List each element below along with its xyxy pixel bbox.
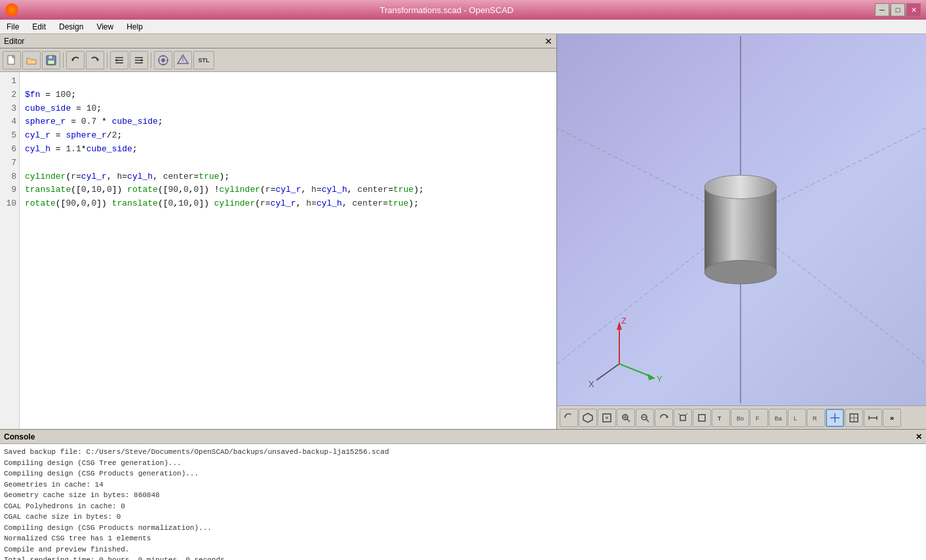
viewport-toolbar: T Bo F Ba L R xyxy=(557,405,926,429)
console-output: Saved backup file: C:/Users/Steve/Docume… xyxy=(0,444,926,560)
menu-help[interactable]: Help xyxy=(120,21,149,33)
console-line-6: CGAL Polyhedrons in cache: 0 xyxy=(4,501,922,512)
svg-marker-39 xyxy=(569,413,571,415)
vp-view-back-button[interactable]: Ba xyxy=(769,409,787,427)
console-line-3: Compiling design (CSG Products generatio… xyxy=(4,468,922,479)
svg-point-30 xyxy=(704,176,777,199)
menu-file[interactable]: File xyxy=(0,21,26,33)
svg-line-53 xyxy=(678,413,680,415)
maximize-button[interactable]: □ xyxy=(891,3,905,16)
vp-zoom-out-button[interactable] xyxy=(636,409,654,427)
console-panel: Console ✕ Saved backup file: C:/Users/St… xyxy=(0,429,926,560)
undo-button[interactable] xyxy=(66,51,85,69)
svg-rect-28 xyxy=(704,187,777,272)
console-line-8: Compiling design (CSG Products normaliza… xyxy=(4,523,922,534)
export-stl-button[interactable]: STL xyxy=(193,51,214,69)
svg-rect-2 xyxy=(48,56,52,59)
svg-text:L: L xyxy=(794,415,797,422)
svg-text:Ba: Ba xyxy=(775,415,782,422)
vp-show-axes-button[interactable] xyxy=(826,409,844,427)
window-title: Transformations.scad - OpenSCAD xyxy=(18,5,875,15)
svg-text:Bo: Bo xyxy=(737,415,744,422)
svg-line-37 xyxy=(596,364,619,381)
svg-text:Y: Y xyxy=(657,374,663,384)
3d-viewport[interactable]: Z Y X xyxy=(557,34,926,405)
render-button[interactable] xyxy=(174,51,192,69)
console-header: Console ✕ xyxy=(0,430,926,444)
menu-design[interactable]: Design xyxy=(52,21,90,33)
svg-text:F: F xyxy=(756,415,760,422)
code-editor[interactable]: 1 2 3 4 5 6 7 8 9 10 $fn = 100; cube_sid… xyxy=(0,72,556,429)
line-num-6: 6 xyxy=(3,143,16,157)
svg-rect-3 xyxy=(48,60,54,64)
line-num-1: 1 xyxy=(3,75,16,88)
vp-more-button[interactable]: » xyxy=(883,409,901,427)
line-numbers: 1 2 3 4 5 6 7 8 9 10 xyxy=(0,72,20,429)
viewport-panel: Z Y X xyxy=(557,34,926,429)
svg-point-15 xyxy=(161,58,165,62)
vp-view-right-button[interactable]: R xyxy=(807,409,825,427)
svg-text:Z: Z xyxy=(621,316,627,326)
indent-more-button[interactable] xyxy=(130,51,148,69)
vp-zoom-fit-button[interactable] xyxy=(598,409,616,427)
svg-line-34 xyxy=(619,364,652,377)
svg-point-29 xyxy=(704,261,777,284)
console-line-9: Normalized CSG tree has 1 elements xyxy=(4,533,922,544)
editor-toolbar: STL xyxy=(0,48,556,72)
line-num-7: 7 xyxy=(3,157,16,170)
console-line-7: CGAL cache size in bytes: 0 xyxy=(4,512,922,523)
vp-crosshairs-button[interactable] xyxy=(845,409,863,427)
svg-rect-52 xyxy=(680,415,685,420)
vp-view-top-button[interactable]: T xyxy=(712,409,730,427)
sep3 xyxy=(151,52,151,68)
save-file-button[interactable] xyxy=(42,51,60,69)
code-text[interactable]: $fn = 100; cube_side = 10; sphere_r = 0.… xyxy=(20,72,556,429)
line-num-10: 10 xyxy=(3,197,16,211)
indent-less-button[interactable] xyxy=(110,51,128,69)
vp-view-bottom-button[interactable]: Bo xyxy=(731,409,749,427)
titlebar: Transformations.scad - OpenSCAD ─ □ ✕ xyxy=(0,0,926,20)
svg-marker-40 xyxy=(583,413,592,422)
line-num-5: 5 xyxy=(3,129,16,143)
menu-edit[interactable]: Edit xyxy=(26,21,52,33)
close-button[interactable]: ✕ xyxy=(906,3,921,16)
vp-ortho-button[interactable] xyxy=(693,409,711,427)
svg-marker-35 xyxy=(647,374,655,381)
editor-header: Editor ✕ xyxy=(0,34,556,48)
line-num-9: 9 xyxy=(3,183,16,197)
redo-button[interactable] xyxy=(86,51,104,69)
sep2 xyxy=(107,52,107,68)
menu-view[interactable]: View xyxy=(90,21,120,33)
vp-zoom-in-button[interactable] xyxy=(617,409,635,427)
svg-text:X: X xyxy=(588,379,594,389)
content-area: Editor ✕ xyxy=(0,34,926,429)
titlebar-left xyxy=(5,3,18,16)
vp-rotate-button[interactable] xyxy=(560,409,578,427)
open-file-button[interactable] xyxy=(22,51,41,69)
main-container: Editor ✕ xyxy=(0,34,926,560)
minimize-button[interactable]: ─ xyxy=(875,3,889,16)
vp-reset-button[interactable] xyxy=(655,409,673,427)
svg-marker-4 xyxy=(71,59,74,62)
vp-perspective-button[interactable] xyxy=(674,409,692,427)
vp-view-front-button[interactable]: F xyxy=(750,409,768,427)
viewport-svg: Z Y X xyxy=(557,34,926,405)
console-close-btn[interactable]: ✕ xyxy=(916,432,922,441)
editor-close-btn[interactable]: ✕ xyxy=(545,36,552,47)
console-line-4: Geometries in cache: 14 xyxy=(4,479,922,491)
line-num-8: 8 xyxy=(3,170,16,184)
console-line-2: Compiling design (CSG Tree generation)..… xyxy=(4,458,922,469)
editor-panel: Editor ✕ xyxy=(0,34,557,429)
vp-view-left-button[interactable]: L xyxy=(788,409,806,427)
vp-ruler-button[interactable] xyxy=(864,409,882,427)
vp-3d-button[interactable] xyxy=(579,409,597,427)
svg-text:R: R xyxy=(813,415,817,422)
svg-text:T: T xyxy=(718,415,722,422)
svg-marker-5 xyxy=(96,59,99,62)
new-file-button[interactable] xyxy=(3,51,21,69)
preview-button[interactable] xyxy=(154,51,172,69)
svg-line-49 xyxy=(646,419,649,422)
svg-line-54 xyxy=(685,413,687,415)
svg-marker-13 xyxy=(141,59,144,62)
svg-rect-55 xyxy=(699,415,705,421)
